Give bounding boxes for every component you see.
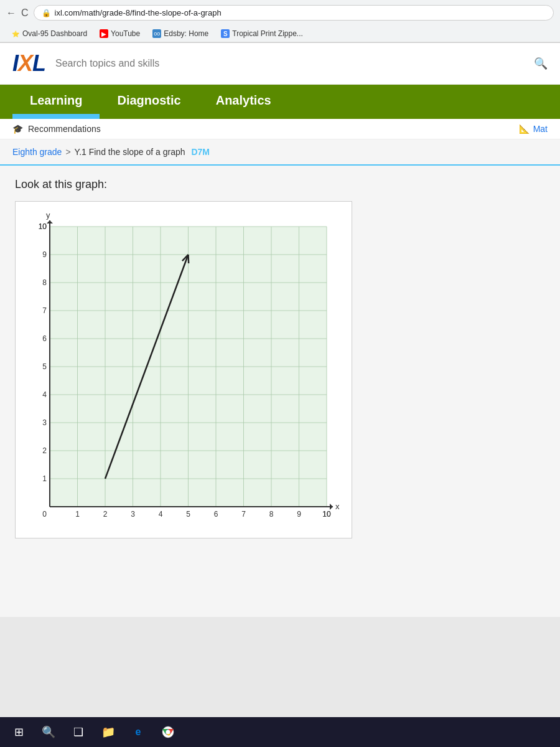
bookmark-oval-label: Oval-95 Dashboard bbox=[22, 29, 87, 38]
ixl-header: IXL 🔍 bbox=[0, 43, 560, 85]
breadcrumb-skill: Y.1 Find the slope of a graph D7M bbox=[75, 147, 210, 157]
sub-nav: 🎓 Recommendations 📐 Mat bbox=[0, 119, 560, 139]
nav-learning[interactable]: Learning bbox=[12, 85, 100, 119]
breadcrumb-grade[interactable]: Eighth grade bbox=[12, 147, 62, 157]
taskbar-search-button[interactable]: 🔍 bbox=[36, 720, 61, 745]
ixl-logo[interactable]: IXL bbox=[12, 50, 45, 77]
skill-code: D7M bbox=[191, 147, 210, 157]
bookmark-tropical[interactable]: S Tropical Print Zippe... bbox=[216, 28, 308, 39]
math-label: Mat bbox=[533, 124, 548, 134]
search-button[interactable]: 🔍 bbox=[534, 57, 548, 70]
bookmark-edsby[interactable]: oo Edsby: Home bbox=[147, 28, 213, 39]
nav-bar: Learning Diagnostic Analytics bbox=[0, 85, 560, 119]
url-text: ixl.com/math/grade-8/find-the-slope-of-a… bbox=[55, 8, 222, 17]
youtube-icon: ▶ bbox=[100, 29, 108, 38]
back-button[interactable]: ← bbox=[6, 7, 16, 19]
bookmarks-bar: ⭐ Oval-95 Dashboard ▶ YouTube oo Edsby: … bbox=[0, 26, 560, 42]
edsby-icon: oo bbox=[152, 29, 161, 38]
nav-learning-label: Learning bbox=[30, 93, 82, 107]
explorer-button[interactable]: 📁 bbox=[96, 720, 121, 745]
main-content: 🎓 Recommendations 📐 Mat Eighth grade > Y… bbox=[0, 119, 560, 617]
bookmark-oval[interactable]: ⭐ Oval-95 Dashboard bbox=[6, 28, 92, 39]
sub-nav-left: 🎓 Recommendations bbox=[12, 124, 101, 134]
graph-container bbox=[15, 201, 352, 538]
edge-button[interactable]: e bbox=[126, 720, 151, 745]
windows-start-button[interactable]: ⊞ bbox=[6, 720, 31, 745]
breadcrumb: Eighth grade > Y.1 Find the slope of a g… bbox=[0, 139, 560, 166]
reload-button[interactable]: C bbox=[21, 7, 29, 19]
bookmark-youtube-label: YouTube bbox=[111, 29, 140, 38]
recommendations-label: Recommendations bbox=[28, 124, 101, 134]
math-icon: 📐 bbox=[519, 124, 530, 134]
graph-canvas bbox=[22, 208, 345, 532]
bookmark-edsby-label: Edsby: Home bbox=[164, 29, 208, 38]
nav-diagnostic[interactable]: Diagnostic bbox=[100, 85, 198, 119]
url-bar[interactable]: 🔒 ixl.com/math/grade-8/find-the-slope-of… bbox=[34, 5, 554, 21]
nav-analytics[interactable]: Analytics bbox=[198, 85, 289, 119]
chrome-button[interactable] bbox=[156, 720, 180, 745]
lock-icon: 🔒 bbox=[42, 9, 51, 17]
breadcrumb-sep: > bbox=[65, 147, 70, 157]
nav-diagnostic-label: Diagnostic bbox=[117, 93, 180, 107]
bookmark-youtube[interactable]: ▶ YouTube bbox=[95, 28, 145, 39]
taskbar: ⊞ 🔍 ❑ 📁 e bbox=[0, 717, 560, 747]
sub-nav-right: 📐 Mat bbox=[519, 124, 548, 134]
svg-point-2 bbox=[166, 730, 170, 735]
address-bar: ← C 🔒 ixl.com/math/grade-8/find-the-slop… bbox=[0, 0, 560, 26]
question-title: Look at this graph: bbox=[15, 178, 545, 191]
nav-analytics-label: Analytics bbox=[216, 93, 271, 107]
question-area: Look at this graph: bbox=[0, 166, 560, 553]
s-icon: S bbox=[221, 29, 230, 38]
search-input[interactable] bbox=[55, 58, 524, 69]
oval-icon: ⭐ bbox=[11, 29, 20, 38]
bookmark-tropical-label: Tropical Print Zippe... bbox=[232, 29, 303, 38]
task-view-button[interactable]: ❑ bbox=[66, 720, 91, 745]
recommendations-icon: 🎓 bbox=[12, 124, 23, 134]
browser-chrome: ← C 🔒 ixl.com/math/grade-8/find-the-slop… bbox=[0, 0, 560, 43]
